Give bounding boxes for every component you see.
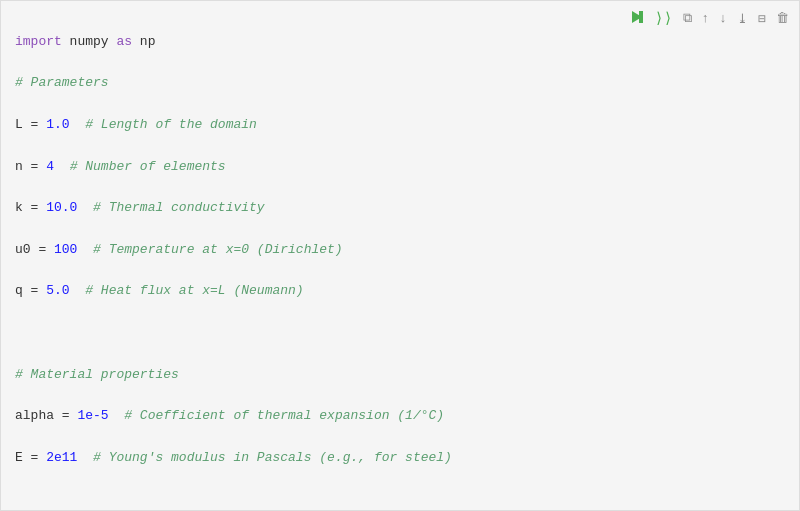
code-line-k: k = 10.0 # Thermal conductivity: [15, 198, 789, 219]
code-line-blank2: [15, 489, 789, 510]
code-line-import: import numpy as np: [15, 32, 789, 53]
code-line-blank1: [15, 323, 789, 344]
toolbar: ⟩⟩ ⧉ ↑ ↓ ⤓ ⊟ 🗑: [630, 9, 789, 28]
code-line-n: n = 4 # Number of elements: [15, 157, 789, 178]
run-icon[interactable]: ⟩⟩: [654, 9, 672, 28]
editor-container: ⟩⟩ ⧉ ↑ ↓ ⤓ ⊟ 🗑 import numpy as np # Para…: [0, 0, 800, 511]
move-down-icon[interactable]: ↓: [719, 11, 727, 26]
code-line-u0: u0 = 100 # Temperature at x=0 (Dirichlet…: [15, 240, 789, 261]
code-line-comment-params: # Parameters: [15, 73, 789, 94]
code-line-alpha: alpha = 1e-5 # Coefficient of thermal ex…: [15, 406, 789, 427]
code-line-E: E = 2e11 # Young's modulus in Pascals (e…: [15, 448, 789, 469]
copy-icon[interactable]: ⧉: [683, 11, 692, 26]
code-line-q: q = 5.0 # Heat flux at x=L (Neumann): [15, 281, 789, 302]
code-line-comment-material: # Material properties: [15, 365, 789, 386]
code-editor[interactable]: import numpy as np # Parameters L = 1.0 …: [1, 1, 799, 511]
move-up-icon[interactable]: ↑: [702, 11, 710, 26]
delete-icon[interactable]: 🗑: [776, 11, 789, 26]
layout-icon[interactable]: ⊟: [758, 11, 766, 27]
run-icon[interactable]: [630, 10, 644, 28]
code-line-L: L = 1.0 # Length of the domain: [15, 115, 789, 136]
export-icon[interactable]: ⤓: [737, 11, 748, 27]
